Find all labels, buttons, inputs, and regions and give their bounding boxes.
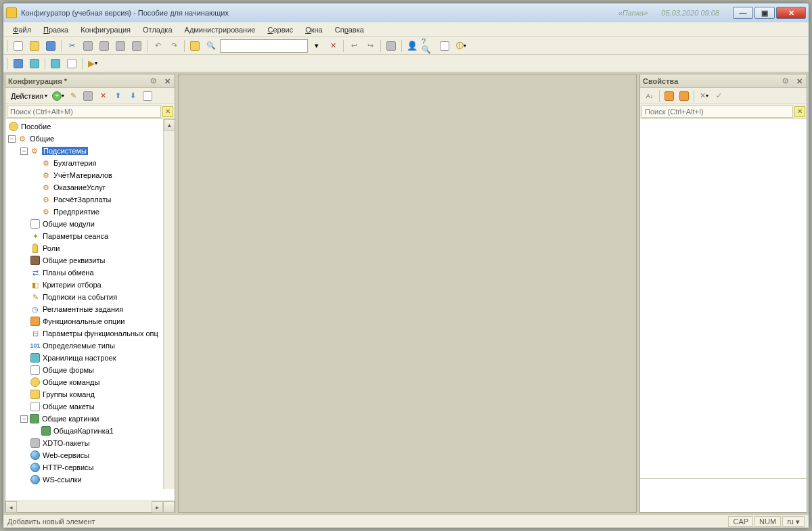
tree-scrollbar-h[interactable]: ◂ ▸ [5, 501, 175, 512]
add-button[interactable]: +▾ [51, 89, 65, 103]
config-tree-button[interactable] [11, 56, 26, 71]
undo-button[interactable]: ↶ [150, 39, 165, 53]
actions-button[interactable]: Действия ▾ [8, 89, 50, 103]
find-button[interactable] [187, 39, 202, 53]
menu-file[interactable]: Файл [7, 24, 37, 35]
tree-roles[interactable]: Роли [5, 242, 175, 254]
props-panel-header[interactable]: Свойства ⊙ ✕ [640, 74, 807, 88]
edit-button[interactable]: ✎ [66, 89, 80, 103]
alphabetic-button[interactable] [677, 89, 691, 103]
copy-item-button[interactable] [81, 89, 95, 103]
cut-button[interactable]: ✂ [64, 39, 79, 53]
search-clear-button[interactable]: ✕ [325, 39, 340, 53]
tree-func-options[interactable]: Функциональные опции [5, 315, 175, 327]
nav-back-button[interactable]: ↩ [346, 39, 361, 53]
move-up-button[interactable]: ⬆ [111, 89, 125, 103]
tree-common[interactable]: − ⚙ Общие [5, 133, 175, 145]
props-check-button[interactable]: ✓ [712, 89, 725, 103]
tree-event-subs[interactable]: ✎Подписки на события [5, 291, 175, 303]
nav-forward-button[interactable]: ↪ [363, 39, 378, 53]
user-button[interactable]: 👤 [405, 39, 420, 53]
tree-common-attrs[interactable]: Общие реквизиты [5, 254, 175, 267]
tree-http-services[interactable]: HTTP-сервисы [5, 461, 175, 474]
menu-help[interactable]: Справка [330, 24, 369, 35]
close-button[interactable]: ✕ [776, 7, 806, 19]
save-button[interactable] [43, 39, 58, 53]
search-icon-button[interactable]: 🔍 [204, 39, 219, 53]
tree-func-opt-params[interactable]: ⊟Параметры функциональных опц [5, 327, 175, 340]
calendar-button[interactable] [437, 39, 452, 53]
db-button[interactable] [48, 56, 63, 71]
toggle-icon[interactable]: − [20, 147, 28, 155]
delete-button[interactable]: ✕ [96, 89, 110, 103]
config-panel-close[interactable]: ✕ [162, 76, 172, 86]
titlebar[interactable]: Конфигуратор (учебная версия) - Пособие … [3, 3, 809, 22]
config-tree[interactable]: ▴ Пособие − ⚙ Общие − [5, 119, 175, 501]
copy-path-button[interactable] [384, 39, 399, 53]
tree-command-groups[interactable]: Группы команд [5, 388, 175, 400]
pin-icon[interactable]: ⊙ [782, 76, 792, 86]
props-panel-close[interactable]: ✕ [794, 76, 804, 86]
tree-sub-accounting[interactable]: ⚙Бухгалтерия [5, 157, 175, 169]
toggle-icon[interactable]: − [8, 135, 16, 143]
props-search-clear[interactable]: ✕ [794, 106, 805, 117]
move-down-button[interactable]: ⬇ [126, 89, 139, 103]
menu-service[interactable]: Сервис [262, 24, 298, 35]
minimize-button[interactable]: — [733, 7, 753, 19]
tree-filter-criteria[interactable]: ◧Критерии отбора [5, 279, 175, 291]
tree-session-params[interactable]: ✦Параметры сеанса [5, 230, 175, 242]
config-search-input[interactable] [7, 106, 161, 118]
search-dropdown-button[interactable]: ▾ [309, 39, 324, 53]
info-button[interactable]: ⓘ▾ [453, 39, 468, 53]
help-search-button[interactable]: ?🔍 [421, 39, 436, 53]
open-folder-button[interactable] [27, 39, 42, 53]
tree-scrollbar-v[interactable]: ▴ [163, 119, 175, 489]
redo-button[interactable]: ↷ [166, 39, 181, 53]
tree-root[interactable]: Пособие [5, 120, 175, 133]
menu-admin[interactable]: Администрирование [179, 24, 261, 35]
new-file-button[interactable] [11, 39, 26, 53]
tree-ws-refs[interactable]: WS-ссылки [5, 474, 175, 486]
props-search-input[interactable] [641, 106, 793, 118]
props-clear-button[interactable]: ✕▾ [697, 89, 710, 103]
tree-web-services[interactable]: Web-сервисы [5, 449, 175, 461]
tree-sub-salary[interactable]: ⚙РасчётЗарплаты [5, 193, 175, 206]
pin-icon[interactable]: ⊙ [150, 76, 160, 86]
sort-button[interactable] [141, 89, 154, 103]
print-button[interactable] [113, 39, 128, 53]
tree-subsystems[interactable]: − ⚙ Подсистемы [5, 145, 175, 157]
tree-common-pictures[interactable]: −Общие картинки [5, 413, 175, 425]
copy-button[interactable] [81, 39, 95, 53]
paste-button[interactable] [97, 39, 112, 53]
tree-common-forms[interactable]: Общие формы [5, 364, 175, 376]
status-lang[interactable]: ru ▾ [782, 516, 805, 527]
tree-sub-materials[interactable]: ⚙УчётМатериалов [5, 169, 175, 181]
search-input[interactable] [220, 39, 308, 53]
categorized-button[interactable] [662, 89, 676, 103]
scroll-left-button[interactable]: ◂ [5, 501, 17, 513]
menu-debug[interactable]: Отладка [137, 24, 177, 35]
tree-common-templates[interactable]: Общие макеты [5, 400, 175, 413]
config-panel-header[interactable]: Конфигурация * ⊙ ✕ [5, 74, 175, 88]
tree-defined-types[interactable]: 101Определяемые типы [5, 340, 175, 352]
menu-edit[interactable]: Правка [38, 24, 74, 35]
tree-sub-enterprise[interactable]: ⚙Предприятие [5, 206, 175, 218]
maximize-button[interactable]: ▣ [754, 7, 775, 19]
tree-common-modules[interactable]: Общие модули [5, 218, 175, 230]
tree-scheduled-jobs[interactable]: ◷Регламентные задания [5, 303, 175, 315]
config-props-button[interactable] [27, 56, 42, 71]
print-preview-button[interactable] [129, 39, 144, 53]
sort-alpha-button[interactable]: A↓ [643, 89, 656, 103]
tree-sub-services[interactable]: ⚙ОказаниеУслуг [5, 181, 175, 193]
scroll-right-button[interactable]: ▸ [152, 501, 163, 513]
config-search-clear[interactable]: ✕ [162, 106, 173, 117]
tree-common-commands[interactable]: Общие команды [5, 376, 175, 388]
table-button[interactable] [64, 56, 79, 71]
menu-config[interactable]: Конфигурация [75, 24, 136, 35]
tree-xdto[interactable]: XDTO-пакеты [5, 437, 175, 449]
toggle-icon[interactable]: − [20, 415, 28, 423]
menu-windows[interactable]: Окна [300, 24, 328, 35]
tree-settings-storages[interactable]: Хранилища настроек [5, 352, 175, 364]
scroll-up-button[interactable]: ▴ [164, 119, 175, 131]
run-button[interactable]: ▶▾ [85, 56, 100, 71]
